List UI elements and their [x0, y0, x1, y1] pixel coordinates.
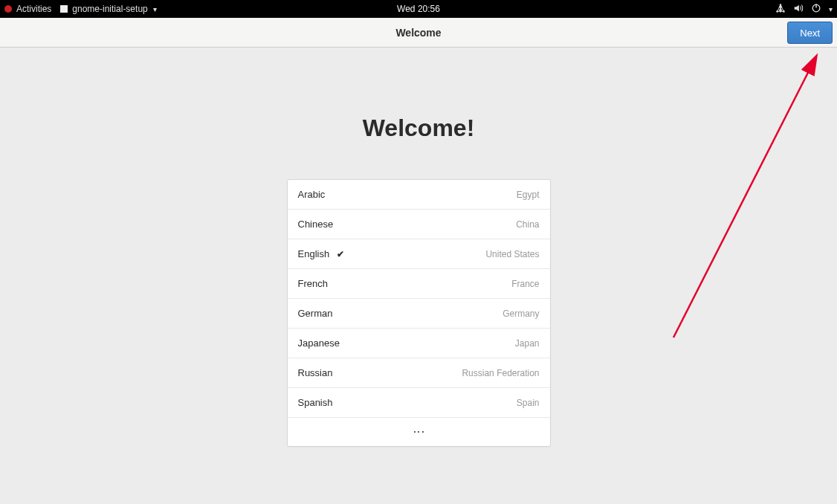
language-name: English [298, 248, 330, 259]
language-country: Spain [517, 398, 540, 408]
network-icon[interactable] [775, 3, 786, 16]
language-country: France [511, 279, 539, 289]
language-row-japanese[interactable]: Japanese Japan [288, 329, 550, 358]
activities-button[interactable]: Activities [16, 4, 51, 14]
system-status-area[interactable]: ▾ [775, 3, 833, 16]
language-country: United States [485, 249, 539, 259]
app-menu[interactable]: gnome-initial-setup ▾ [72, 4, 157, 14]
app-menu-label: gnome-initial-setup [72, 4, 147, 14]
chevron-down-icon: ▾ [829, 5, 833, 13]
page-title: Welcome [395, 27, 441, 39]
activities-indicator-icon[interactable] [4, 5, 12, 13]
show-more-button[interactable]: ⋮ [288, 418, 550, 446]
language-name: Japanese [298, 337, 340, 349]
volume-icon[interactable] [793, 3, 804, 16]
language-row-spanish[interactable]: Spanish Spain [288, 388, 550, 418]
svg-line-5 [673, 56, 816, 337]
svg-rect-4 [815, 4, 816, 7]
annotation-arrow [644, 48, 837, 352]
language-name: French [298, 278, 328, 289]
language-row-chinese[interactable]: Chinese China [288, 210, 550, 239]
language-country: Japan [515, 338, 540, 349]
language-name: Arabic [298, 189, 326, 200]
main-content: Welcome! Arabic Egypt Chinese China Engl… [0, 48, 837, 504]
gnome-top-bar: Activities gnome-initial-setup ▾ Wed 20:… [0, 0, 837, 18]
language-row-german[interactable]: German Germany [288, 299, 550, 329]
language-name: German [298, 308, 333, 319]
language-name: Russian [298, 367, 333, 378]
chevron-down-icon: ▾ [153, 5, 157, 13]
language-country: Germany [502, 308, 539, 319]
language-row-russian[interactable]: Russian Russian Federation [288, 358, 550, 388]
language-country: Egypt [517, 190, 540, 200]
more-icon: ⋮ [412, 425, 426, 439]
language-row-french[interactable]: French France [288, 269, 550, 299]
app-icon [60, 5, 68, 13]
language-name: Chinese [298, 219, 334, 230]
clock[interactable]: Wed 20:56 [397, 4, 440, 14]
language-row-english[interactable]: English ✔ United States [288, 239, 550, 269]
language-country: Russian Federation [462, 368, 539, 378]
language-row-arabic[interactable]: Arabic Egypt [288, 180, 550, 210]
language-name: Spanish [298, 397, 333, 408]
check-icon: ✔ [337, 249, 344, 259]
window-header-bar: Welcome Next [0, 18, 837, 48]
language-country: China [516, 219, 539, 230]
welcome-heading: Welcome! [363, 114, 475, 142]
language-list: Arabic Egypt Chinese China English ✔ Uni… [287, 179, 551, 447]
power-icon[interactable] [811, 3, 821, 16]
next-button[interactable]: Next [787, 22, 833, 44]
